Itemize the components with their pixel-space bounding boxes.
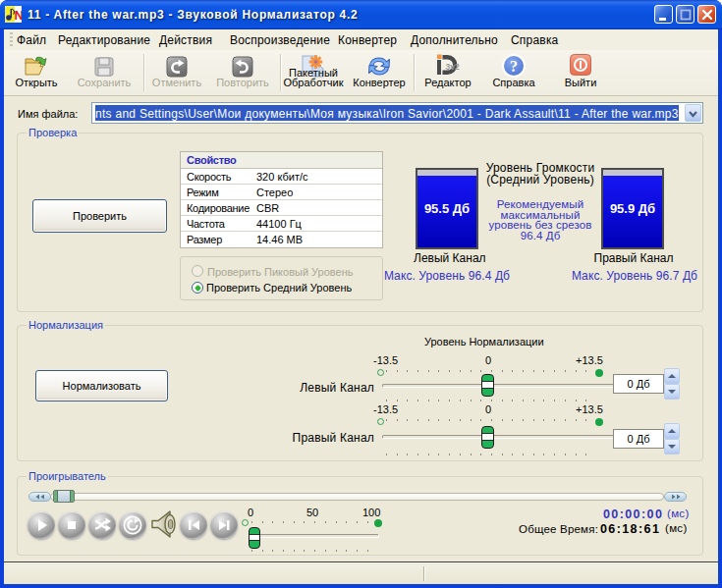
svg-text:?: ? — [510, 58, 518, 75]
svg-text:N: N — [15, 8, 22, 23]
svg-text:3v2: 3v2 — [446, 62, 460, 72]
